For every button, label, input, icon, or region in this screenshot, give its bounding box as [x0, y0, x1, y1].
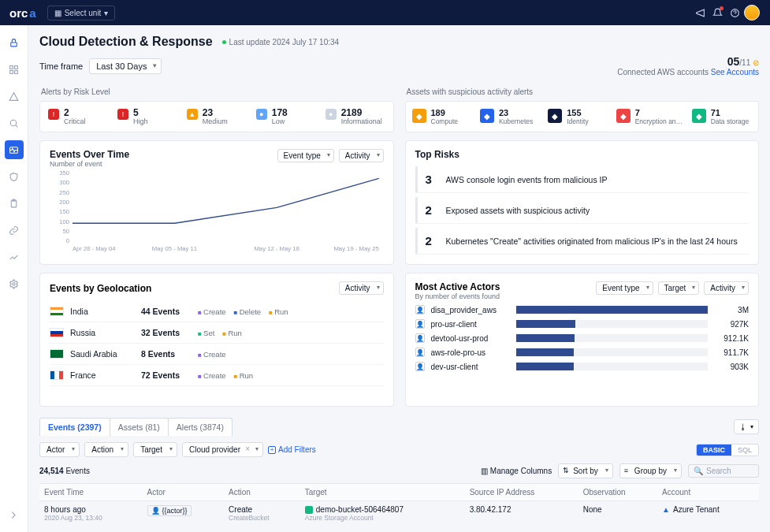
topbar: orca ▦ Select unit ▾: [0, 0, 770, 25]
risk-icon: !: [48, 109, 59, 120]
search-input[interactable]: 🔍Search: [688, 464, 759, 478]
tab[interactable]: Assets (81): [110, 418, 169, 436]
top-risks-title: Top Risks: [415, 149, 750, 160]
download-icon: ⭳: [739, 422, 747, 431]
sidebar: [0, 25, 28, 532]
geo-row[interactable]: France 72 Events CreateRun: [50, 365, 384, 386]
search-icon[interactable]: [5, 113, 24, 132]
column-header[interactable]: Event Time: [39, 484, 143, 501]
filter-cloud-provider[interactable]: Cloud provider: [182, 442, 263, 457]
results-count-label: Events: [65, 467, 90, 475]
add-filters-button[interactable]: +Add Filters: [268, 445, 316, 454]
actors-event-type-select[interactable]: Event type: [596, 281, 653, 295]
column-header[interactable]: Target: [300, 484, 465, 501]
accounts-summary: 05/11 ⊘ Connected AWS accounts See Accou…: [617, 55, 759, 76]
svg-text:May 05 - May 11: May 05 - May 11: [152, 245, 197, 252]
gear-icon[interactable]: [5, 274, 24, 293]
asset-type-item[interactable]: ◆ 23Kubernetes: [478, 108, 541, 125]
logo: orca: [9, 6, 36, 20]
help-icon[interactable]: [726, 4, 743, 21]
query-mode-toggle[interactable]: BASIC SQL: [696, 444, 759, 456]
unit-select-label: Select unit: [65, 9, 102, 17]
asset-type-item[interactable]: ◆ 189Compute: [411, 108, 474, 125]
announce-icon[interactable]: [691, 4, 709, 21]
collapse-icon[interactable]: [5, 505, 24, 524]
trend-icon[interactable]: [5, 247, 24, 266]
unit-select[interactable]: ▦ Select unit ▾: [47, 6, 116, 20]
asset-icon: ◆: [692, 109, 706, 123]
svg-text:300: 300: [59, 179, 69, 186]
events-over-time-card: Events Over Time Number of event Event t…: [39, 140, 394, 265]
actor-icon: 👤: [415, 333, 425, 343]
filter-action[interactable]: Action: [84, 442, 128, 457]
top-risk-item[interactable]: 3AWS console login events from malicious…: [415, 166, 750, 192]
group-by-select[interactable]: ≡Group by: [619, 463, 682, 478]
svg-text:Apr 28 - May 04: Apr 28 - May 04: [73, 245, 116, 252]
time-frame-select[interactable]: Last 30 Days: [89, 58, 162, 74]
column-header[interactable]: Action: [224, 484, 300, 501]
tab[interactable]: Events (2397): [39, 418, 110, 436]
sort-icon: ⇅: [563, 467, 569, 474]
azure-icon: ▲: [662, 505, 670, 514]
chart-event-type-select[interactable]: Event type: [277, 149, 334, 162]
actor-row[interactable]: 👤 dev-usr-client 903K: [415, 362, 750, 371]
asset-type-item[interactable]: ◆ 71Data storage: [690, 108, 753, 125]
shield-icon[interactable]: [5, 167, 24, 186]
risk-level-item[interactable]: ! 5High: [114, 108, 180, 125]
dashboard-icon[interactable]: [5, 60, 24, 79]
table-row[interactable]: 8 hours ago2020 Aug 23, 13:40 👤{{actor}}…: [39, 501, 759, 526]
tab[interactable]: Alerts (3874): [168, 418, 232, 436]
actor-icon: 👤: [415, 319, 425, 329]
account: ▲Azure Tenant: [662, 505, 754, 514]
plus-icon: +: [268, 446, 276, 454]
column-header[interactable]: Account: [657, 484, 759, 501]
mode-basic[interactable]: BASIC: [697, 445, 731, 456]
results-count: 24,514: [39, 467, 64, 475]
actors-target-select[interactable]: Target: [658, 281, 700, 295]
asset-type-item[interactable]: ◆ 7Encryption and se…: [615, 108, 686, 125]
asset-type-item[interactable]: ◆ 155Identity: [546, 108, 609, 125]
geo-row[interactable]: Russia 32 Events SetRun: [50, 322, 384, 344]
actor-row[interactable]: 👤 aws-role-pro-us 911.7K: [415, 348, 750, 357]
alert-icon[interactable]: [5, 87, 24, 106]
actors-activity-select[interactable]: Activity: [704, 281, 749, 295]
cdr-icon[interactable]: [5, 140, 24, 159]
bell-icon[interactable]: [709, 4, 726, 21]
actor-row[interactable]: 👤 devtool-usr-prod 912.1K: [415, 333, 750, 343]
filter-target[interactable]: Target: [133, 442, 177, 457]
risk-level-item[interactable]: ● 2189Informational: [322, 108, 389, 125]
manage-columns-button[interactable]: ▥Manage Columns: [481, 467, 552, 475]
lock-icon[interactable]: [5, 33, 24, 52]
actor-row[interactable]: 👤 pro-usr-client 927K: [415, 319, 750, 329]
svg-rect-1: [11, 42, 17, 46]
mode-sql[interactable]: SQL: [731, 445, 758, 456]
event-time-abs: 2020 Aug 23, 13:40: [44, 514, 138, 522]
clipboard-icon[interactable]: [5, 194, 24, 213]
geo-title: Events by Geolocation: [50, 283, 151, 294]
sort-by-select[interactable]: ⇅Sort by: [558, 463, 613, 478]
column-header[interactable]: Observation: [578, 484, 657, 501]
link-icon[interactable]: [5, 221, 24, 240]
avatar[interactable]: [743, 4, 761, 21]
flag-icon: [50, 307, 64, 316]
chart-title: Events Over Time: [50, 149, 129, 160]
see-accounts-link[interactable]: See Accounts: [711, 68, 759, 76]
risk-level-item[interactable]: ▲ 23Medium: [184, 108, 250, 125]
risk-icon: ●: [256, 109, 267, 120]
risk-level-item[interactable]: ! 2Critical: [45, 108, 111, 125]
actor-row[interactable]: 👤 disa_provider_aws 3M: [415, 305, 750, 314]
geo-row[interactable]: India 44 Events CreateDeleteRun: [50, 301, 384, 322]
top-risk-item[interactable]: 2Kubernetes "Create" activities originat…: [415, 228, 750, 254]
observation: None: [578, 501, 657, 526]
filter-actor[interactable]: Actor: [39, 442, 80, 457]
svg-text:100: 100: [59, 218, 69, 225]
column-header[interactable]: Source IP Address: [465, 484, 578, 501]
geo-activity-select[interactable]: Activity: [339, 281, 384, 295]
column-header[interactable]: Actor: [143, 484, 225, 501]
download-button[interactable]: ⭳▾: [734, 419, 759, 434]
top-risk-item[interactable]: 2Exposed assets with suspicious activity: [415, 197, 750, 223]
chart-activity-select[interactable]: Activity: [339, 149, 384, 162]
risk-level-item[interactable]: ● 178Low: [253, 108, 319, 125]
tag: Run: [269, 307, 288, 316]
geo-row[interactable]: Saudi Arabia 8 Events Create: [50, 344, 384, 365]
